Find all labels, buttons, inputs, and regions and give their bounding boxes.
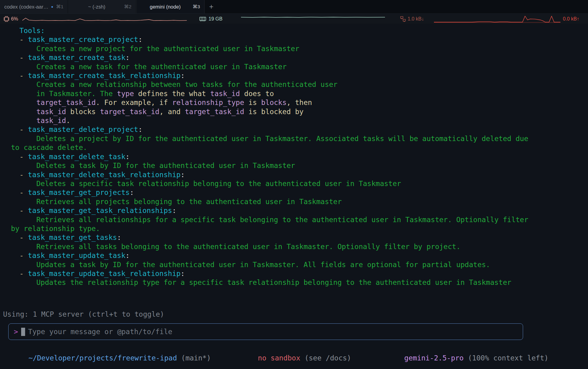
network-usage-graph (434, 15, 560, 24)
sandbox-status: no sandbox(see /docs) (232, 346, 351, 369)
working-directory: ~/Developer/projects/freewrite-ipad (28, 354, 177, 362)
tab-label: gemini (node) (141, 4, 190, 10)
terminal-line: - task_master_delete_task_relationship: (2, 170, 588, 179)
terminal-line: Creates a new relationship between two t… (2, 80, 588, 89)
tab-bar: codex (codex-aar… ● ⌘1 ~ (-zsh) ⌘2 gemin… (0, 0, 588, 14)
terminal-line: Creates a new task for the authenticated… (2, 62, 588, 71)
tab-label: ~ (-zsh) (72, 4, 121, 10)
terminal-line: Deletes a project by ID for the authenti… (2, 134, 588, 143)
terminal-line: Retrieves all projects belonging to the … (2, 197, 588, 206)
input-placeholder: Type your message or @path/to/file (28, 328, 172, 336)
mcp-status-line: Using: 1 MCP server (ctrl+t to toggle) (3, 310, 164, 318)
terminal-line: - task_master_get_tasks: (2, 233, 588, 242)
workdir-status: ~/Developer/projects/freewrite-ipad(main… (3, 346, 211, 369)
session-footer: ~/Developer/projects/freewrite-ipad(main… (0, 346, 588, 355)
network-icon (400, 14, 406, 24)
terminal-line: Deletes a specific task relationship bel… (2, 179, 588, 188)
cpu-usage-graph (22, 15, 187, 25)
terminal-output: Tools: - task_master_create_project: Cre… (2, 26, 588, 287)
memory-chip-icon (199, 14, 206, 24)
terminal-line: - task_master_update_task: (2, 251, 588, 260)
terminal-line: task_id blocks target_task_id, and targe… (2, 107, 588, 116)
network-download-value: 1.0 kB↓ (408, 14, 424, 24)
terminal-line: - task_master_get_projects: (2, 188, 588, 197)
terminal-line: - task_master_delete_task: (2, 152, 588, 161)
terminal-line: Updates a task by ID for the authenticat… (2, 260, 588, 269)
terminal-line: - task_master_create_task: (2, 53, 588, 62)
tab-codex[interactable]: codex (codex-aar… ● ⌘1 (0, 0, 68, 13)
terminal-line: target_task_id. For example, if relation… (2, 98, 588, 107)
context-remaining: (100% context left) (468, 354, 548, 362)
model-name: gemini-2.5-pro (404, 354, 464, 362)
tab-shortcut: ⌘2 (124, 4, 131, 9)
terminal-line: Retrieves all relationships for a specif… (2, 215, 588, 224)
terminal-line: Updates the relationship type for a spec… (2, 278, 588, 287)
prompt-symbol: > (14, 328, 18, 336)
terminal-line: by relationship type. (2, 224, 588, 233)
text-cursor-block (21, 328, 25, 336)
terminal-line: to cascade delete. (2, 143, 588, 152)
cpu-chip-icon (3, 14, 10, 24)
model-status: gemini-2.5-pro(100% context left) (379, 346, 548, 369)
terminal-line: Deletes a task by ID for the authenticat… (2, 161, 588, 170)
terminal-line: Tools: (2, 26, 588, 35)
terminal-line: - task_master_update_task_relationship: (2, 269, 588, 278)
terminal-line: - task_master_delete_project: (2, 125, 588, 134)
cpu-usage-value: 6% (11, 14, 18, 24)
terminal-line: Retrieves all tasks belonging to the aut… (2, 242, 588, 251)
tab-shortcut: ⌘1 (56, 4, 63, 9)
memory-usage-graph (241, 15, 385, 25)
sandbox-label: no sandbox (258, 354, 300, 362)
new-tab-button[interactable]: + (205, 0, 218, 13)
message-input[interactable]: > Type your message or @path/to/file (8, 323, 523, 340)
activity-indicator-icon: ● (51, 5, 53, 9)
terminal-line: - task_master_create_project: (2, 35, 588, 44)
tab-label: codex (codex-aar… (4, 4, 48, 10)
terminal-line: - task_master_get_task_relationships: (2, 206, 588, 215)
terminal-line: task_id. (2, 116, 588, 125)
system-status-bar: 6% 19 GB 1.0 kB↓ 0.0 kB↑ (0, 14, 588, 24)
tab-gemini-active[interactable]: gemini (node) ⌘3 (136, 0, 205, 13)
memory-usage-value: 19 GB (209, 14, 222, 24)
terminal-line: in Taskmaster. The type defines the what… (2, 89, 588, 98)
sandbox-hint: (see /docs) (304, 354, 351, 362)
terminal-line: Creates a new project for the authentica… (2, 44, 588, 53)
tab-bar-filler (218, 0, 588, 13)
terminal-line: - task_master_create_task_relationship: (2, 71, 588, 80)
network-upload-value: 0.0 kB↑ (563, 14, 579, 24)
tab-zsh[interactable]: ~ (-zsh) ⌘2 (68, 0, 136, 13)
tab-shortcut: ⌘3 (193, 4, 200, 9)
git-branch: (main*) (181, 354, 211, 362)
terminal-window: codex (codex-aar… ● ⌘1 ~ (-zsh) ⌘2 gemin… (0, 0, 588, 369)
